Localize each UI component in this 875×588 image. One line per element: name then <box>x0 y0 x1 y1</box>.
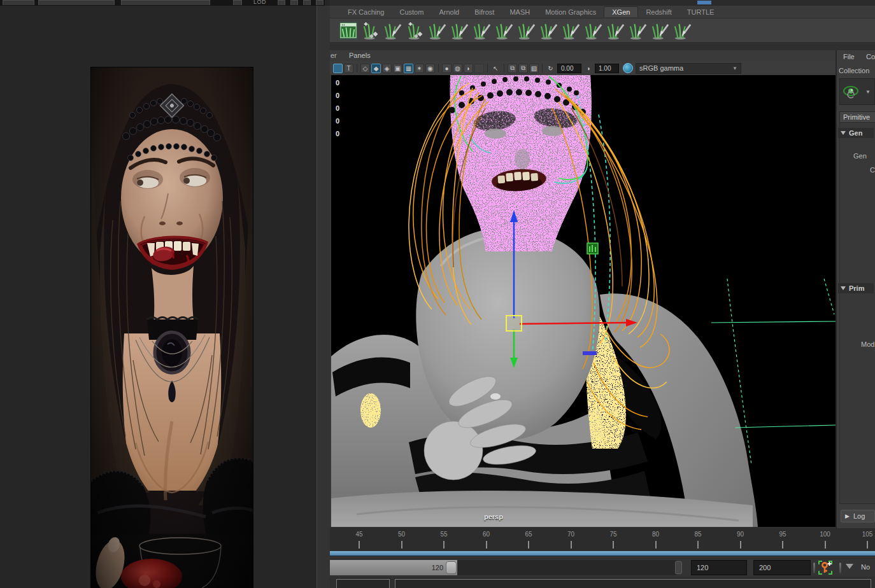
width-brush-icon[interactable] <box>517 21 536 40</box>
xgen-guide-icon <box>587 243 598 254</box>
view-transform-value: sRGB gamma <box>639 64 683 72</box>
external-button[interactable] <box>121 0 210 5</box>
comb-brush-icon[interactable] <box>450 21 469 40</box>
checker-mode-icon[interactable]: ▦ <box>404 64 413 73</box>
shaded-mode-icon[interactable]: ◆ <box>371 64 381 73</box>
external-icon-button[interactable] <box>290 0 298 5</box>
textured-ball-icon[interactable]: ◉ <box>425 64 435 73</box>
gamma-field[interactable]: 1.00 <box>595 64 619 73</box>
freeze-brush-icon[interactable] <box>651 21 670 40</box>
exposure-field[interactable]: 0.00 <box>557 64 581 73</box>
chevron-down-icon: ▼ <box>732 66 737 71</box>
scene <box>331 75 836 527</box>
cached-playback-bar <box>330 551 875 556</box>
exposure-icon[interactable]: ↻ <box>546 64 555 73</box>
command-line-result[interactable] <box>395 579 871 588</box>
section-generator[interactable]: Gen <box>838 128 874 138</box>
add-guides-icon[interactable] <box>406 21 425 40</box>
isolate-add-icon[interactable]: ⧉ <box>518 64 528 73</box>
noise-brush-icon[interactable] <box>562 21 581 40</box>
groom-splines-icon[interactable] <box>383 21 402 40</box>
pose-brush-icon[interactable] <box>629 21 648 40</box>
shadows-icon[interactable]: ● <box>442 64 452 73</box>
attr-label: C <box>870 166 875 174</box>
place-brush-icon[interactable] <box>606 21 625 40</box>
clump-brush-icon[interactable] <box>539 21 558 40</box>
hud-counter: 0 <box>336 127 339 140</box>
shelf-icons <box>330 18 875 42</box>
disabled-icon <box>474 64 484 73</box>
tab-primitive[interactable]: Primitive <box>839 111 875 122</box>
ao-icon[interactable]: ◍ <box>453 64 462 73</box>
selected-segment-marker <box>583 351 597 355</box>
isolate-select-icon[interactable]: ⧉ <box>508 64 517 73</box>
viewport-canvas[interactable]: 00000 persp <box>331 75 836 527</box>
shelf-tab-xgen[interactable]: XGen <box>604 6 638 17</box>
cut-brush-icon[interactable] <box>473 21 492 40</box>
shelf-tab-mash[interactable]: MASH <box>502 7 537 17</box>
reference-image <box>91 67 253 588</box>
density-brush-icon[interactable] <box>673 21 692 40</box>
log-button-label: Log <box>853 512 865 520</box>
xray-icon[interactable]: ▧ <box>529 64 539 73</box>
range-slider-row: 120 120 200 No <box>330 557 875 577</box>
external-icon-button[interactable] <box>303 0 311 5</box>
animation-end-field[interactable]: 200 <box>753 560 811 575</box>
selection-cursor-icon[interactable]: ↖ <box>491 64 501 73</box>
sculpt-brush-icon[interactable] <box>428 21 447 40</box>
play-icon: ▶ <box>845 513 850 519</box>
collapse-triangle-icon <box>841 131 846 135</box>
color-management-icon[interactable] <box>623 63 633 73</box>
shelf-tab-bifrost[interactable]: Bifrost <box>467 7 502 17</box>
shelf-tab-motion-graphics[interactable]: Motion Graphics <box>537 7 604 17</box>
wireframe-mode-icon[interactable]: ◇ <box>360 64 370 73</box>
shelf-tab-turtle[interactable]: TURTLE <box>679 7 722 17</box>
motion-blur-icon[interactable]: ◗ <box>464 64 473 73</box>
range-slider-rest[interactable] <box>457 560 676 575</box>
range-slider-handle[interactable] <box>446 561 457 574</box>
lod-label: LOD <box>253 0 266 5</box>
time-slider[interactable]: 4550556065707580859095100105 <box>330 528 875 557</box>
text-hud-icon[interactable]: T <box>344 64 353 73</box>
range-slider-endcap[interactable] <box>675 561 682 574</box>
xgen-menu-clipped[interactable]: Co <box>866 53 875 60</box>
splitter-handle[interactable] <box>813 563 815 573</box>
xgen-editor-icon[interactable] <box>339 21 358 40</box>
shelf-tab-arnold[interactable]: Arnold <box>431 7 467 17</box>
wireframe-on-shaded-icon[interactable]: ◈ <box>382 64 392 73</box>
external-icon-button[interactable] <box>278 0 285 5</box>
contrast-icon[interactable]: ◑ <box>583 64 593 73</box>
shelf-tab-fx-caching[interactable]: FX Caching <box>340 7 392 17</box>
splitter-handle[interactable] <box>839 563 841 573</box>
chevron-down-icon: ▼ <box>865 89 871 95</box>
menu-renderer-clipped[interactable]: er <box>331 52 337 59</box>
menu-panels[interactable]: Panels <box>349 52 371 59</box>
xgen-preview-eye-icon[interactable] <box>843 85 862 99</box>
section-primitive[interactable]: Prim <box>838 283 874 293</box>
log-button[interactable]: ▶ Log <box>841 510 875 522</box>
external-button[interactable] <box>38 0 115 5</box>
select-camera-icon[interactable] <box>333 64 343 73</box>
character-set-clipped[interactable]: No <box>861 563 870 571</box>
smooth-brush-icon[interactable] <box>495 21 514 40</box>
external-icon-button[interactable] <box>316 0 324 5</box>
collapse-triangle-icon <box>841 286 846 290</box>
xgen-menu-file[interactable]: File <box>843 53 855 60</box>
create-description-icon[interactable] <box>361 21 380 40</box>
shelf-tab-custom[interactable]: Custom <box>392 7 431 17</box>
command-line-row <box>330 577 875 588</box>
anim-layer-filter-icon[interactable] <box>846 564 853 570</box>
command-line-input[interactable] <box>336 579 390 588</box>
shelf-tab-redshift[interactable]: Redshift <box>638 7 679 17</box>
top-blue-chip <box>697 1 711 4</box>
external-icon-button[interactable] <box>233 0 242 5</box>
external-button[interactable] <box>3 0 34 5</box>
use-lights-icon[interactable]: ✶ <box>415 64 424 73</box>
range-slider-active[interactable]: 120 <box>330 560 457 575</box>
xgen-preview-toolbar[interactable]: ▼ <box>839 78 875 105</box>
auto-keyframe-icon[interactable] <box>818 560 833 575</box>
length-brush-icon[interactable] <box>584 21 603 40</box>
playback-end-field[interactable]: 120 <box>691 560 747 575</box>
view-transform-dropdown[interactable]: sRGB gamma ▼ <box>636 63 741 74</box>
textured-mode-icon[interactable]: ▣ <box>393 64 402 73</box>
